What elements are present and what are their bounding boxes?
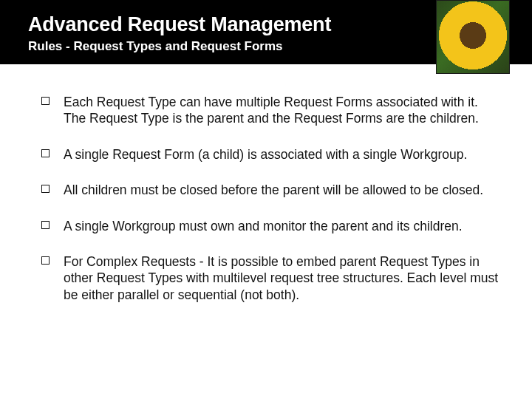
list-item: A single Request Form (a child) is assoc…	[41, 146, 499, 163]
sunflower-image	[436, 0, 510, 74]
list-item: Each Request Type can have multiple Requ…	[41, 94, 499, 127]
bullet-list: Each Request Type can have multiple Requ…	[41, 94, 499, 303]
list-item: A single Workgroup must own and monitor …	[41, 218, 499, 234]
list-item: For Complex Requests - It is possible to…	[41, 253, 499, 303]
list-item: All children must be closed before the p…	[41, 182, 499, 198]
header-band: Advanced Request Management Rules - Requ…	[0, 0, 532, 64]
slide-body: Each Request Type can have multiple Requ…	[0, 64, 532, 303]
slide: Advanced Request Management Rules - Requ…	[0, 0, 532, 399]
